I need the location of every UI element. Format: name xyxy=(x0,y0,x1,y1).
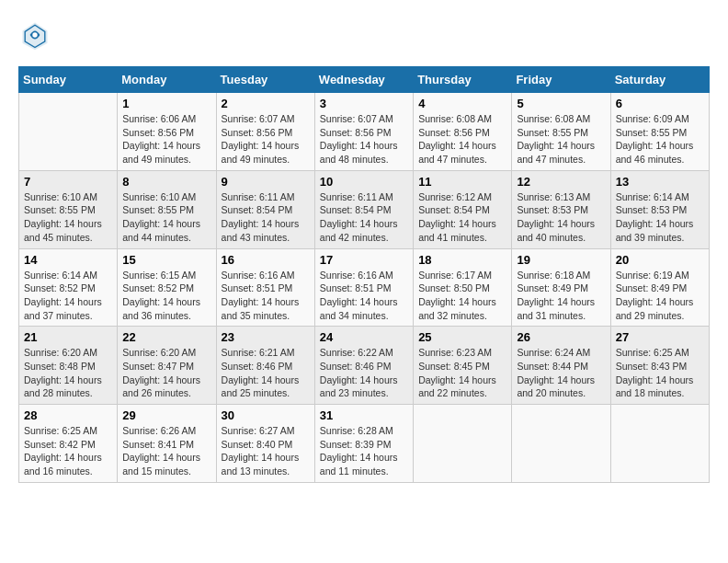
day-info: Sunrise: 6:14 AM Sunset: 8:52 PM Dayligh… xyxy=(24,269,112,323)
day-cell-25: 25Sunrise: 6:23 AM Sunset: 8:45 PM Dayli… xyxy=(414,327,512,405)
weekday-header-sunday: Sunday xyxy=(19,67,118,93)
day-info: Sunrise: 6:22 AM Sunset: 8:46 PM Dayligh… xyxy=(320,346,408,400)
day-number: 22 xyxy=(122,330,210,344)
day-number: 18 xyxy=(418,253,506,267)
day-cell-30: 30Sunrise: 6:27 AM Sunset: 8:40 PM Dayli… xyxy=(216,405,314,483)
day-number: 24 xyxy=(320,330,408,344)
empty-cell xyxy=(19,93,118,171)
empty-cell xyxy=(512,405,610,483)
day-cell-10: 10Sunrise: 6:11 AM Sunset: 8:54 PM Dayli… xyxy=(314,170,413,248)
day-info: Sunrise: 6:08 AM Sunset: 8:56 PM Dayligh… xyxy=(418,112,506,167)
day-cell-4: 4Sunrise: 6:08 AM Sunset: 8:56 PM Daylig… xyxy=(414,93,512,171)
day-cell-12: 12Sunrise: 6:13 AM Sunset: 8:53 PM Dayli… xyxy=(512,170,610,248)
day-cell-17: 17Sunrise: 6:16 AM Sunset: 8:51 PM Dayli… xyxy=(314,248,413,327)
day-number: 11 xyxy=(418,175,506,189)
day-cell-6: 6Sunrise: 6:09 AM Sunset: 8:55 PM Daylig… xyxy=(610,93,709,171)
day-number: 21 xyxy=(24,330,112,344)
day-info: Sunrise: 6:28 AM Sunset: 8:39 PM Dayligh… xyxy=(320,424,408,478)
day-info: Sunrise: 6:18 AM Sunset: 8:49 PM Dayligh… xyxy=(517,269,605,323)
day-cell-5: 5Sunrise: 6:08 AM Sunset: 8:55 PM Daylig… xyxy=(512,93,610,171)
day-info: Sunrise: 6:10 AM Sunset: 8:55 PM Dayligh… xyxy=(122,190,210,245)
day-info: Sunrise: 6:09 AM Sunset: 8:55 PM Dayligh… xyxy=(616,112,704,167)
day-info: Sunrise: 6:23 AM Sunset: 8:45 PM Dayligh… xyxy=(418,346,506,400)
day-number: 10 xyxy=(320,175,408,189)
week-row-2: 7Sunrise: 6:10 AM Sunset: 8:55 PM Daylig… xyxy=(19,170,710,248)
page-header xyxy=(18,18,710,52)
day-number: 2 xyxy=(222,97,310,110)
day-number: 17 xyxy=(320,253,408,267)
day-info: Sunrise: 6:17 AM Sunset: 8:50 PM Dayligh… xyxy=(418,269,506,323)
day-number: 5 xyxy=(517,97,605,110)
day-info: Sunrise: 6:10 AM Sunset: 8:55 PM Dayligh… xyxy=(24,190,112,245)
week-row-1: 1Sunrise: 6:06 AM Sunset: 8:56 PM Daylig… xyxy=(19,93,710,171)
day-info: Sunrise: 6:20 AM Sunset: 8:47 PM Dayligh… xyxy=(122,346,210,400)
day-cell-19: 19Sunrise: 6:18 AM Sunset: 8:49 PM Dayli… xyxy=(512,248,610,327)
weekday-header-row: SundayMondayTuesdayWednesdayThursdayFrid… xyxy=(19,67,710,93)
day-info: Sunrise: 6:26 AM Sunset: 8:41 PM Dayligh… xyxy=(122,424,210,478)
day-cell-8: 8Sunrise: 6:10 AM Sunset: 8:55 PM Daylig… xyxy=(118,170,216,248)
day-cell-20: 20Sunrise: 6:19 AM Sunset: 8:49 PM Dayli… xyxy=(610,248,709,327)
logo-icon xyxy=(18,18,51,52)
day-cell-29: 29Sunrise: 6:26 AM Sunset: 8:41 PM Dayli… xyxy=(118,405,216,483)
day-number: 8 xyxy=(122,175,210,189)
day-cell-13: 13Sunrise: 6:14 AM Sunset: 8:53 PM Dayli… xyxy=(610,170,709,248)
day-info: Sunrise: 6:25 AM Sunset: 8:43 PM Dayligh… xyxy=(616,346,704,400)
day-number: 6 xyxy=(616,97,704,110)
day-info: Sunrise: 6:16 AM Sunset: 8:51 PM Dayligh… xyxy=(320,269,408,323)
day-number: 7 xyxy=(24,175,112,189)
day-number: 30 xyxy=(222,408,310,422)
week-row-4: 21Sunrise: 6:20 AM Sunset: 8:48 PM Dayli… xyxy=(19,327,710,405)
day-number: 31 xyxy=(320,408,408,422)
day-info: Sunrise: 6:12 AM Sunset: 8:54 PM Dayligh… xyxy=(418,190,506,245)
day-number: 15 xyxy=(122,253,210,267)
day-info: Sunrise: 6:06 AM Sunset: 8:56 PM Dayligh… xyxy=(122,112,210,167)
day-info: Sunrise: 6:11 AM Sunset: 8:54 PM Dayligh… xyxy=(320,190,408,245)
day-number: 26 xyxy=(517,330,605,344)
day-cell-1: 1Sunrise: 6:06 AM Sunset: 8:56 PM Daylig… xyxy=(118,93,216,171)
day-info: Sunrise: 6:14 AM Sunset: 8:53 PM Dayligh… xyxy=(616,190,704,245)
day-cell-18: 18Sunrise: 6:17 AM Sunset: 8:50 PM Dayli… xyxy=(414,248,512,327)
day-cell-23: 23Sunrise: 6:21 AM Sunset: 8:46 PM Dayli… xyxy=(216,327,314,405)
day-info: Sunrise: 6:08 AM Sunset: 8:55 PM Dayligh… xyxy=(517,112,605,167)
week-row-5: 28Sunrise: 6:25 AM Sunset: 8:42 PM Dayli… xyxy=(19,405,710,483)
day-info: Sunrise: 6:16 AM Sunset: 8:51 PM Dayligh… xyxy=(222,269,310,323)
day-number: 20 xyxy=(616,253,704,267)
day-number: 27 xyxy=(616,330,704,344)
day-number: 25 xyxy=(418,330,506,344)
day-cell-3: 3Sunrise: 6:07 AM Sunset: 8:56 PM Daylig… xyxy=(314,93,413,171)
day-info: Sunrise: 6:07 AM Sunset: 8:56 PM Dayligh… xyxy=(320,112,408,167)
day-cell-16: 16Sunrise: 6:16 AM Sunset: 8:51 PM Dayli… xyxy=(216,248,314,327)
day-number: 3 xyxy=(320,97,408,110)
day-cell-2: 2Sunrise: 6:07 AM Sunset: 8:56 PM Daylig… xyxy=(216,93,314,171)
svg-point-2 xyxy=(32,32,37,37)
day-number: 9 xyxy=(222,175,310,189)
day-info: Sunrise: 6:20 AM Sunset: 8:48 PM Dayligh… xyxy=(24,346,112,400)
day-cell-14: 14Sunrise: 6:14 AM Sunset: 8:52 PM Dayli… xyxy=(19,248,118,327)
day-cell-21: 21Sunrise: 6:20 AM Sunset: 8:48 PM Dayli… xyxy=(19,327,118,405)
day-cell-27: 27Sunrise: 6:25 AM Sunset: 8:43 PM Dayli… xyxy=(610,327,709,405)
day-number: 4 xyxy=(418,97,506,110)
day-cell-7: 7Sunrise: 6:10 AM Sunset: 8:55 PM Daylig… xyxy=(19,170,118,248)
weekday-header-saturday: Saturday xyxy=(610,67,709,93)
day-info: Sunrise: 6:27 AM Sunset: 8:40 PM Dayligh… xyxy=(222,424,310,478)
day-number: 14 xyxy=(24,253,112,267)
day-cell-31: 31Sunrise: 6:28 AM Sunset: 8:39 PM Dayli… xyxy=(314,405,413,483)
weekday-header-wednesday: Wednesday xyxy=(314,67,413,93)
day-cell-22: 22Sunrise: 6:20 AM Sunset: 8:47 PM Dayli… xyxy=(118,327,216,405)
weekday-header-friday: Friday xyxy=(512,67,610,93)
day-info: Sunrise: 6:15 AM Sunset: 8:52 PM Dayligh… xyxy=(122,269,210,323)
weekday-header-thursday: Thursday xyxy=(414,67,512,93)
day-number: 16 xyxy=(222,253,310,267)
empty-cell xyxy=(610,405,709,483)
calendar-table: SundayMondayTuesdayWednesdayThursdayFrid… xyxy=(18,66,710,483)
day-info: Sunrise: 6:25 AM Sunset: 8:42 PM Dayligh… xyxy=(24,424,112,478)
day-number: 29 xyxy=(122,408,210,422)
day-number: 28 xyxy=(24,408,112,422)
day-cell-15: 15Sunrise: 6:15 AM Sunset: 8:52 PM Dayli… xyxy=(118,248,216,327)
day-number: 23 xyxy=(222,330,310,344)
day-number: 1 xyxy=(122,97,210,110)
day-number: 12 xyxy=(517,175,605,189)
day-info: Sunrise: 6:21 AM Sunset: 8:46 PM Dayligh… xyxy=(222,346,310,400)
week-row-3: 14Sunrise: 6:14 AM Sunset: 8:52 PM Dayli… xyxy=(19,248,710,327)
day-cell-9: 9Sunrise: 6:11 AM Sunset: 8:54 PM Daylig… xyxy=(216,170,314,248)
